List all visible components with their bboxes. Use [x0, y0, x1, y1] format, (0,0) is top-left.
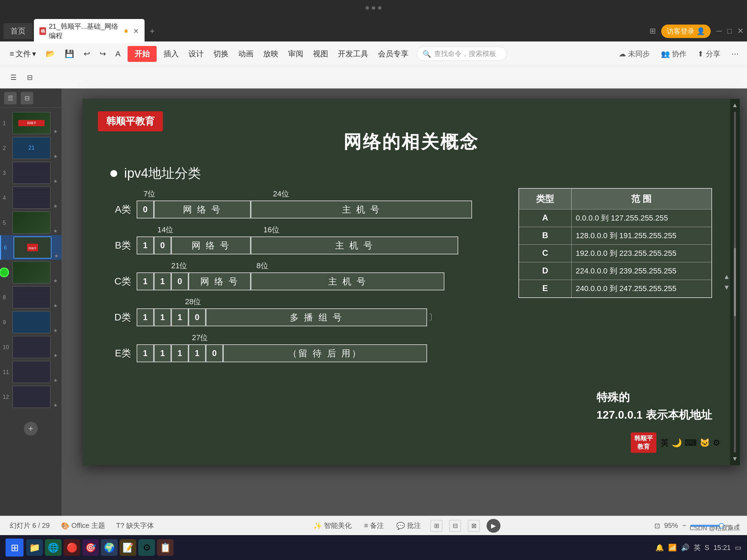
taskbar-app-2[interactable]: 🎯 [82, 539, 99, 556]
share-button[interactable]: ⬆ 分享 [695, 48, 723, 60]
e-bit27-label: 27位 [192, 333, 208, 343]
view-reader[interactable]: ⊠ [468, 520, 480, 532]
class-c-row: 21位 8位 C类 1 1 0 网 络 号 主 机 号 [103, 261, 477, 290]
panel-icon-2[interactable]: ⊟ [21, 92, 33, 104]
animate-tab[interactable]: 动画 [234, 47, 258, 61]
visitor-login-button[interactable]: 访客登录 👤 [661, 25, 711, 38]
play-button[interactable]: ▶ [487, 519, 500, 533]
main-toolbar: ≡ 文件 ▾ 📂 💾 ↩ ↪ A 开始 插入 设计 切换 动画 放映 审阅 视图… [0, 41, 747, 66]
taskbar-browser[interactable]: 🌐 [45, 539, 62, 556]
view-outline-button[interactable]: ☰ [6, 71, 21, 84]
slide-item-11[interactable]: 11 ★ [0, 360, 62, 384]
type-col-header: 类型 [519, 189, 572, 209]
class-e-row: 27位 E类 1 1 1 1 0 （留 待 后 用） [103, 333, 477, 362]
design-tab[interactable]: 设计 [184, 47, 208, 61]
save-button[interactable]: 💾 [61, 47, 78, 60]
c-host-label: 主 机 号 [251, 272, 444, 290]
type-c-range: 192.0.0.0 到 223.255.255.255 [572, 245, 711, 262]
slide-item-7[interactable]: 7 ★ [0, 260, 62, 285]
sync-icon: ☁ [619, 50, 626, 58]
fit-icon[interactable]: ⊡ [654, 522, 660, 530]
smart-btn[interactable]: ✨ 智能美化 [311, 520, 354, 532]
keyboard-icon: ⌨ [685, 438, 697, 448]
slide-item-8[interactable]: 8 ★ [0, 285, 62, 310]
title-bar [0, 0, 747, 21]
type-row-b: B 128.0.0.0 到 191.255.255.255 [519, 227, 711, 244]
taskbar-clock: 15:21 [713, 543, 731, 552]
taskbar-app-4[interactable]: 📝 [120, 539, 136, 556]
ipv4-label: ipv4地址分类 [124, 165, 201, 182]
menu-button[interactable]: ≡ 文件 ▾ [6, 47, 40, 61]
slide-item-3[interactable]: 3 ★ [0, 160, 62, 185]
taskbar-notifications[interactable]: 🔔 [655, 543, 664, 552]
tab-close-button[interactable]: ✕ [133, 27, 139, 35]
taskbar-app-6[interactable]: 📋 [157, 539, 174, 556]
add-slide-button[interactable]: + [24, 422, 38, 436]
devtools-tab[interactable]: 开发工具 [334, 47, 372, 61]
slide-canvas[interactable]: 韩顺平教育 网络的相关概念 ipv4地址分类 7位 24位 A类 [83, 99, 740, 465]
open-button[interactable]: 📂 [42, 47, 59, 60]
taskbar-volume[interactable]: 🔊 [681, 543, 690, 552]
view-grid[interactable]: ⊟ [449, 520, 461, 532]
collab-button[interactable]: 👥 协作 [658, 48, 689, 60]
review-tab[interactable]: 审阅 [284, 47, 307, 61]
b-bit14-label: 14位 [157, 225, 173, 235]
taskbar-lang[interactable]: 英 [694, 543, 701, 552]
slide-item-4[interactable]: 4 ★ [0, 185, 62, 210]
slide-item-12[interactable]: 12 ★ [0, 384, 62, 409]
slide-item-1[interactable]: 1 韩顺平 ★ [0, 111, 62, 136]
view-normal[interactable]: ⊞ [431, 520, 442, 532]
more-button[interactable]: ⋯ [729, 48, 741, 59]
panel-icon-1[interactable]: ☰ [4, 92, 17, 104]
menu-icon: ≡ [10, 49, 14, 58]
slide-item-2[interactable]: 2 21 ★ [0, 136, 62, 160]
view-tab[interactable]: 视图 [309, 47, 332, 61]
taskbar-app-3[interactable]: 🌍 [101, 539, 118, 556]
arrow-down[interactable]: ▼ [723, 283, 730, 291]
e-bit-1c: 1 [171, 344, 188, 362]
slide-item-5[interactable]: 5 ★ [0, 210, 62, 235]
class-a-label: A类 [103, 203, 131, 216]
window-close[interactable]: ✕ [737, 27, 744, 36]
slide-count-label: 幻灯片 6 / 29 [7, 520, 53, 532]
arrow-up[interactable]: ▲ [723, 273, 730, 281]
insert-tab[interactable]: 插入 [159, 47, 183, 61]
format-button[interactable]: A [111, 47, 125, 60]
window-control-1[interactable]: ⊞ [649, 27, 656, 36]
collab-icon: 👥 [661, 50, 670, 58]
switch-tab[interactable]: 切换 [209, 47, 233, 61]
taskbar-desktop[interactable]: ▭ [735, 543, 741, 552]
format-icon: A [116, 49, 121, 58]
slide-item-6[interactable]: 6 韩顺平 ★ [0, 235, 62, 260]
view-grid-button[interactable]: ⊟ [22, 71, 38, 84]
scroll-up-btn[interactable]: ▲ [732, 99, 738, 109]
scroll-down-btn[interactable]: ▼ [732, 455, 738, 465]
taskbar-file-explorer[interactable]: 📁 [26, 539, 43, 556]
taskbar-app-5[interactable]: ⚙ [138, 539, 155, 556]
type-row-a: A 0.0.0.0 到 127.255.255.255 [519, 209, 711, 227]
tab-add-button[interactable]: + [146, 25, 158, 37]
member-tab[interactable]: 会员专享 [374, 47, 413, 61]
redo-button[interactable]: ↪ [95, 47, 110, 60]
font-warning[interactable]: T? 缺失字体 [113, 520, 157, 532]
window-maximize[interactable]: □ [727, 27, 732, 36]
start-tab-button[interactable]: 开始 [128, 46, 157, 62]
windows-start-button[interactable]: ⊞ [6, 539, 24, 557]
slide-item-9[interactable]: 9 ★ [0, 310, 62, 335]
zoom-minus-btn[interactable]: − [682, 522, 686, 530]
taskbar-app-1[interactable]: 🔴 [64, 539, 80, 556]
tab-home[interactable]: 首页 [3, 23, 33, 39]
status-bar: 幻灯片 6 / 29 🎨 Office 主题 T? 缺失字体 ✨ 智能美化 ≡ … [0, 516, 747, 535]
undo-button[interactable]: ↩ [80, 47, 94, 60]
window-minimize[interactable]: ─ [716, 27, 722, 36]
brand-label: 韩顺平教育 [98, 111, 163, 131]
search-box[interactable]: 🔍 查找命令，搜索模板 [417, 47, 507, 61]
taskbar-network[interactable]: 📶 [668, 543, 677, 552]
playback-tab[interactable]: 放映 [259, 47, 283, 61]
notes-btn[interactable]: ≡ 备注 [361, 520, 387, 532]
lang-icon: 英 [661, 437, 669, 448]
comment-btn[interactable]: 💬 批注 [394, 520, 424, 532]
tab-active[interactable]: 稿 21_韩顺平...基础_网络编程 ✕ [34, 19, 145, 43]
slide-item-10[interactable]: 10 ★ [0, 335, 62, 360]
sync-button[interactable]: ☁ 未同步 [616, 48, 653, 60]
